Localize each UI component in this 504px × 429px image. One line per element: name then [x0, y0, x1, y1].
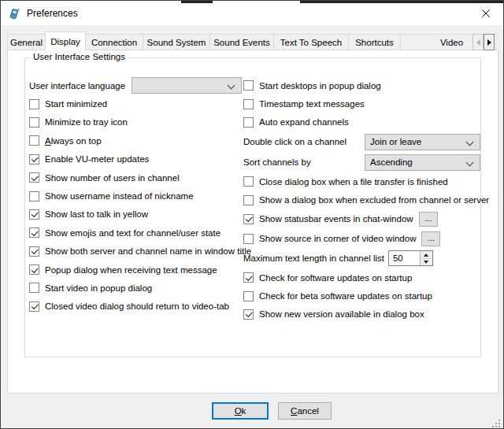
checkbox[interactable]	[29, 264, 39, 275]
cancel-button[interactable]: Cancel	[278, 402, 332, 420]
checkbox-row-start-minimized[interactable]: Start minimized	[29, 94, 242, 113]
user-interface-language-combobox[interactable]	[132, 77, 242, 94]
checkbox-label: Closed video dialog should return to vid…	[45, 301, 229, 311]
checkbox[interactable]	[29, 209, 39, 220]
checkbox-row-enable-vu-meter-updates[interactable]: Enable VU-meter updates	[29, 150, 242, 168]
right-settings-column: Start desktops in popup dialogTimestamp …	[243, 76, 480, 324]
checkbox-label: Auto expand channels	[259, 117, 349, 127]
checkbox[interactable]	[29, 301, 39, 312]
checkbox-row-show-new-version-available-in-dialog-box[interactable]: Show new version available in dialog box	[243, 305, 480, 324]
checkbox-label: Always on top	[45, 136, 102, 146]
label: Show username instead of nickname	[45, 191, 194, 201]
checkbox-label: Show number of users in channel	[45, 173, 180, 183]
checkbox[interactable]	[243, 291, 254, 301]
checkbox[interactable]	[243, 214, 254, 224]
checkbox-row-close-dialog-box-when-a-file-transfer-is-finished[interactable]: Close dialog box when a file transfer is…	[243, 172, 480, 190]
close-button[interactable]	[468, 1, 503, 25]
checkbox-row-show-a-dialog-box-when-excluded-from-channel-or-server[interactable]: Show a dialog box when excluded from cha…	[243, 191, 480, 209]
checkbox-label: Show new version available in dialog box	[259, 309, 424, 319]
checkbox-row-show-statusbar-events-in-chat-window[interactable]: Show statusbar events in chat-window...	[243, 209, 480, 229]
checkbox-row-always-on-top[interactable]: Always on top	[29, 131, 242, 150]
label: Minimize to tray icon	[45, 117, 128, 127]
label: Check for software updates on startup	[259, 273, 412, 283]
checkbox[interactable]	[29, 117, 39, 128]
checkbox[interactable]	[243, 176, 254, 187]
group-title: User Interface Settings	[30, 52, 128, 61]
background-window-edge	[300, 1, 504, 3]
label: Auto expand channels	[259, 117, 349, 127]
label: Show statusbar events in chat-window	[259, 214, 413, 224]
checkbox-row-auto-expand-channels[interactable]: Auto expand channels	[243, 113, 480, 131]
checkbox-row-popup-dialog-when-receiving-text-message[interactable]: Popup dialog when receiving text message	[29, 261, 242, 279]
label: Show number of users in channel	[45, 173, 180, 183]
checkbox-row-start-video-in-popup-dialog[interactable]: Start video in popup dialog	[29, 279, 242, 297]
checkbox[interactable]	[243, 117, 254, 128]
tab-connection[interactable]: Connection	[85, 34, 143, 50]
show-source-in-corner-of-video-window-ellipsis-button[interactable]: ...	[421, 231, 440, 246]
triangle-left-icon	[476, 39, 480, 46]
checkbox[interactable]	[243, 195, 254, 205]
tab-display[interactable]: Display	[45, 31, 86, 50]
label: Show source in corner of video window	[259, 234, 416, 243]
chevron-down-icon	[466, 158, 474, 166]
checkbox-label: Start video in popup dialog	[45, 283, 152, 293]
spin-up-button[interactable]	[421, 251, 432, 259]
left-settings-column: User interface languageStart minimizedMi…	[29, 76, 242, 316]
spin-down-button[interactable]	[421, 259, 432, 266]
language-row: User interface language	[29, 76, 242, 94]
label: Start video in popup dialog	[45, 283, 152, 293]
chevron-down-icon	[466, 138, 474, 146]
max-text-length-input[interactable]: 50	[389, 251, 420, 265]
spin-row-maximum-text-length-in-channel-list: Maximum text length in channel list50	[243, 249, 480, 268]
checkbox-row-timestamp-text-messages[interactable]: Timestamp text messages	[243, 94, 480, 113]
checkbox-label: Start minimized	[45, 99, 107, 109]
tab-general[interactable]: General	[7, 34, 46, 50]
checkbox-row-show-both-server-and-channel-name-in-window-title[interactable]: Show both server and channel name in win…	[29, 242, 242, 261]
tab-shortcuts[interactable]: Shortcuts	[348, 34, 401, 50]
checkbox-row-closed-video-dialog-should-return-to-video-tab[interactable]: Closed video dialog should return to vid…	[29, 298, 242, 316]
checkbox-row-start-desktops-in-popup-dialog[interactable]: Start desktops in popup dialog	[243, 76, 480, 94]
chevron-down-icon	[228, 82, 235, 90]
checkbox-row-show-username-instead-of-nickname[interactable]: Show username instead of nickname	[29, 187, 242, 205]
tab-text-to-speech[interactable]: Text To Speech	[273, 34, 349, 50]
checkbox[interactable]	[29, 135, 39, 146]
tab-scroll-right-button[interactable]	[484, 34, 495, 50]
checkbox-row-show-number-of-users-in-channel[interactable]: Show number of users in channel	[29, 168, 242, 187]
checkbox[interactable]	[243, 309, 254, 320]
tab-sound-events[interactable]: Sound Events	[209, 34, 274, 50]
checkbox[interactable]	[29, 246, 39, 257]
checkbox[interactable]	[29, 172, 39, 183]
checkbox-row-show-source-in-corner-of-video-window[interactable]: Show source in corner of video window...	[243, 229, 480, 249]
checkbox[interactable]	[29, 283, 39, 293]
tab-scroll-left-button[interactable]	[472, 34, 484, 50]
checkbox[interactable]	[243, 272, 254, 283]
checkbox[interactable]	[29, 227, 39, 238]
label: Show new version available in dialog box	[259, 309, 424, 319]
tab-label: Text To Speech	[280, 38, 342, 47]
checkbox-row-check-for-software-updates-on-startup[interactable]: Check for software updates on startup	[243, 268, 480, 287]
walkie-talkie-icon	[8, 7, 20, 20]
combo-value: Ascending	[370, 157, 413, 167]
checkbox-row-check-for-beta-software-updates-on-startup[interactable]: Check for beta software updates on start…	[243, 287, 480, 305]
checkbox-row-minimize-to-tray-icon[interactable]: Minimize to tray icon	[29, 113, 242, 131]
sort-channels-by-combobox[interactable]: Ascending	[365, 154, 480, 171]
double-click-on-a-channel-combobox[interactable]: Join or leave	[365, 134, 480, 150]
tab-label: Sound Events	[213, 38, 270, 47]
tab-sound-system[interactable]: Sound System	[143, 34, 210, 50]
checkbox[interactable]	[29, 99, 39, 109]
label: Closed video dialog should return to vid…	[45, 301, 229, 311]
max-text-length-spinbox[interactable]: 50	[388, 250, 433, 266]
resize-grip[interactable]	[492, 417, 501, 426]
checkbox[interactable]	[29, 191, 39, 202]
checkbox[interactable]	[243, 80, 254, 91]
checkbox[interactable]	[243, 234, 254, 244]
checkbox-row-show-last-to-talk-in-yellow[interactable]: Show last to talk in yellow	[29, 205, 242, 224]
field-label: User interface language	[29, 81, 125, 91]
tab-label: Video	[440, 38, 463, 47]
ok-button[interactable]: Ok	[212, 402, 269, 420]
checkbox-row-show-emojis-and-text-for-channel-user-state[interactable]: Show emojis and text for channel/user st…	[29, 224, 242, 242]
checkbox[interactable]	[29, 154, 39, 165]
tab-label: Sound System	[147, 38, 206, 47]
checkbox[interactable]	[243, 99, 254, 109]
show-statusbar-events-in-chat-window-ellipsis-button[interactable]: ...	[419, 212, 438, 227]
